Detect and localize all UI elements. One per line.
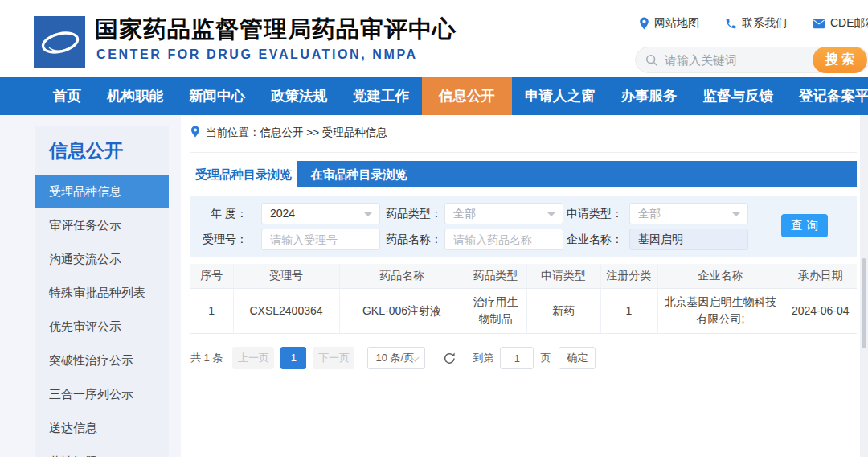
cell-drug-type: 治疗用生物制品 — [465, 288, 526, 333]
drug-type-label: 药品类型： — [386, 203, 434, 224]
chevron-down-icon — [732, 212, 740, 216]
nav-item-supervision[interactable]: 监督与反馈 — [690, 77, 787, 115]
cell-acceptance-no: CXSL2400364 — [233, 288, 339, 333]
nav-item-party[interactable]: 党建工作 — [340, 77, 422, 115]
sitemap-link[interactable]: 网站地图 — [639, 16, 699, 31]
nav-item-policy[interactable]: 政策法规 — [258, 77, 340, 115]
prev-page-button[interactable]: 上一页 — [232, 347, 274, 369]
cde-logo-icon[interactable] — [34, 16, 85, 68]
acceptance-no-input[interactable] — [261, 228, 380, 250]
chevron-down-icon — [364, 212, 372, 216]
sidebar-item-three-in-one[interactable]: 三合一序列公示 — [35, 377, 169, 411]
sitemap-link-label: 网站地图 — [654, 16, 699, 31]
sidebar-item-common-questions[interactable]: 共性问题 — [35, 445, 169, 457]
breadcrumb: 当前位置：信息公开 >> 受理品种信息 — [190, 126, 387, 140]
confirm-button[interactable]: 确定 — [559, 347, 596, 369]
sidebar-title: 信息公开 — [35, 126, 169, 175]
company-name-label: 企业名称： — [567, 228, 616, 250]
cell-date: 2024-06-04 — [784, 288, 857, 333]
cde-mail-link[interactable]: CDE邮箱 — [813, 16, 868, 31]
sidebar-item-review-tasks[interactable]: 审评任务公示 — [35, 208, 169, 242]
envelope-icon — [813, 19, 825, 29]
phone-icon — [725, 18, 737, 30]
cell-company: 北京基因启明生物科技有限公司; — [657, 288, 784, 333]
sidebar-item-priority-review[interactable]: 优先审评公示 — [35, 310, 169, 344]
col-header-drug-name: 药品名称 — [339, 264, 465, 288]
nav-item-news[interactable]: 新闻中心 — [176, 77, 258, 115]
page-size-select[interactable]: 10 条/页 — [367, 347, 425, 369]
col-header-company: 企业名称 — [657, 264, 784, 288]
table-row: 1 CXSL2400364 GKL-006注射液 治疗用生物制品 新药 1 北京… — [190, 288, 857, 333]
refresh-icon[interactable] — [443, 352, 457, 365]
search-input[interactable] — [665, 48, 801, 72]
drug-name-label: 药品名称： — [386, 228, 434, 250]
filter-panel: 年 度： 2024 药品类型： 全部 申请类型： 全部 受理号： 药品名称： 企… — [190, 196, 857, 257]
col-header-drug-type: 药品类型 — [465, 264, 526, 288]
cell-reg-class: 1 — [600, 288, 657, 333]
col-header-acceptance-no: 受理号 — [233, 264, 339, 288]
search-button[interactable]: 搜索 — [813, 47, 867, 73]
scrollbar-thumb[interactable] — [862, 258, 866, 348]
location-pin-icon — [190, 126, 200, 140]
nav-item-applicant-window[interactable]: 申请人之窗 — [512, 77, 608, 115]
header-quick-links: 网站地图 联系我们 CDE邮箱 — [639, 16, 868, 31]
cde-mail-link-label: CDE邮箱 — [830, 16, 868, 31]
content-panel: 当前位置：信息公开 >> 受理品种信息 受理品种目录浏览 在审品种目录浏览 年 … — [181, 115, 868, 457]
col-header-apply-type: 申请类型 — [526, 264, 600, 288]
sidebar-item-accepted-varieties[interactable]: 受理品种信息 — [35, 175, 169, 208]
tab-under-review-catalog[interactable]: 在审品种目录浏览 — [297, 161, 421, 187]
cell-drug-name: GKL-006注射液 — [339, 288, 465, 333]
cell-apply-type: 新药 — [526, 288, 600, 333]
year-select-value: 2024 — [270, 207, 295, 220]
apply-type-select-value: 全部 — [638, 207, 661, 220]
company-name-input[interactable] — [629, 228, 748, 250]
scrollbar-track[interactable] — [860, 115, 868, 457]
col-header-date: 承办日期 — [784, 264, 857, 288]
search-icon — [645, 54, 658, 70]
breadcrumb-text: 当前位置：信息公开 >> 受理品种信息 — [206, 126, 387, 140]
site-title: 国家药品监督管理局药品审评中心 — [95, 14, 457, 46]
sidebar-item-delivery-info[interactable]: 送达信息 — [35, 411, 169, 445]
sidebar: 信息公开 受理品种信息 审评任务公示 沟通交流公示 特殊审批品种列表 优先审评公… — [35, 126, 169, 457]
contact-us-link-label: 联系我们 — [742, 16, 787, 31]
nav-item-home[interactable]: 首页 — [40, 77, 94, 115]
divider — [190, 152, 857, 153]
location-pin-icon — [639, 17, 649, 30]
sidebar-item-special-approval[interactable]: 特殊审批品种列表 — [35, 276, 169, 310]
acceptance-no-label: 受理号： — [190, 228, 248, 250]
nav-item-info-disclosure[interactable]: 信息公开 — [422, 77, 512, 115]
pagination: 共 1 条 上一页 1 下一页 10 条/页 到第 页 确定 — [190, 347, 857, 369]
tab-accepted-catalog[interactable]: 受理品种目录浏览 — [190, 161, 297, 187]
drug-type-select-value: 全部 — [453, 207, 476, 220]
query-button[interactable]: 查询 — [781, 214, 828, 237]
year-select[interactable]: 2024 — [261, 203, 380, 224]
nav-item-registration-platform[interactable]: 登记备案平台 — [786, 77, 868, 115]
col-header-seq: 序号 — [190, 264, 233, 288]
tabbar: 受理品种目录浏览 在审品种目录浏览 — [190, 161, 857, 187]
drug-type-select[interactable]: 全部 — [444, 203, 563, 224]
nav-item-functions[interactable]: 机构职能 — [94, 77, 176, 115]
page-1-button[interactable]: 1 — [280, 347, 306, 369]
main-nav: 首页 机构职能 新闻中心 政策法规 党建工作 信息公开 申请人之窗 办事服务 监… — [0, 77, 868, 115]
results-table: 序号 受理号 药品名称 药品类型 申请类型 注册分类 企业名称 承办日期 1 C… — [190, 264, 857, 334]
page: 国家药品监督管理局药品审评中心 CENTER FOR DRUG EVALUATI… — [0, 0, 868, 457]
page-size-value: 10 条/页 — [375, 352, 414, 364]
chevron-down-icon — [547, 212, 555, 216]
next-page-button[interactable]: 下一页 — [313, 347, 354, 369]
apply-type-select[interactable]: 全部 — [629, 203, 748, 224]
apply-type-label: 申请类型： — [567, 203, 616, 224]
sidebar-item-breakthrough-therapy[interactable]: 突破性治疗公示 — [35, 344, 169, 377]
site-header: 国家药品监督管理局药品审评中心 CENTER FOR DRUG EVALUATI… — [0, 0, 868, 77]
contact-us-link[interactable]: 联系我们 — [725, 16, 787, 31]
table-header-row: 序号 受理号 药品名称 药品类型 申请类型 注册分类 企业名称 承办日期 — [190, 264, 857, 288]
sidebar-item-communication[interactable]: 沟通交流公示 — [35, 242, 169, 276]
nav-item-services[interactable]: 办事服务 — [608, 77, 690, 115]
goto-page-unit: 页 — [540, 351, 551, 365]
site-subtitle: CENTER FOR DRUG EVALUATION, NMPA — [96, 47, 418, 62]
col-header-reg-class: 注册分类 — [600, 264, 657, 288]
drug-name-input[interactable] — [444, 228, 563, 250]
year-label: 年 度： — [190, 203, 248, 224]
site-search-bar: 搜索 — [635, 47, 868, 73]
pagination-total: 共 1 条 — [190, 351, 223, 365]
goto-page-input[interactable] — [500, 347, 534, 369]
